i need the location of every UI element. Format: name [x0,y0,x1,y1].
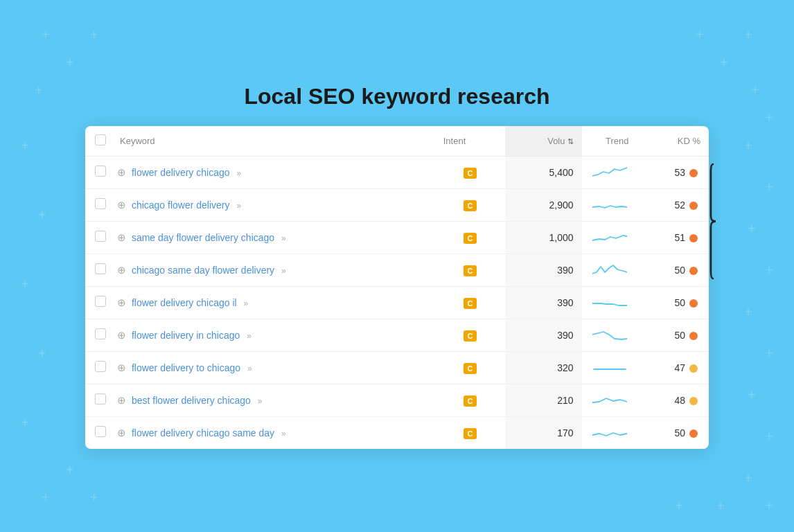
keyword-cell: ⊕ flower delivery chicago same day » [112,416,435,449]
kd-dot [689,364,698,373]
intent-badge: C [464,330,477,342]
keyword-table: Keyword Intent Volu⇅ Trend KD % ⊕ flower… [85,126,709,449]
kd-header: KD % [637,126,709,157]
add-icon[interactable]: ⊕ [117,264,126,276]
volume-cell: 170 [505,416,581,449]
kd-cell: 47 [637,351,709,384]
curly-brace-annotation [707,161,735,282]
expand-arrows[interactable]: » [247,331,252,341]
table-wrapper: Keyword Intent Volu⇅ Trend KD % ⊕ flower… [85,126,709,449]
row-checkbox-1[interactable] [95,198,106,209]
keyword-text: flower delivery chicago il [132,297,237,308]
add-icon[interactable]: ⊕ [117,427,126,438]
keyword-cell: ⊕ flower delivery chicago » [112,156,435,188]
keyword-cell: ⊕ chicago same day flower delivery » [112,254,435,286]
expand-arrows[interactable]: » [281,233,286,243]
intent-badge: C [464,168,477,179]
keyword-cell: ⊕ same day flower delivery chicago » [112,221,435,254]
keyword-cell: ⊕ flower delivery to chicago » [112,351,435,384]
trend-cell [582,416,637,449]
table-row: ⊕ flower delivery in chicago » C 390 50 [85,319,709,351]
keyword-cell: ⊕ flower delivery chicago il » [112,286,435,319]
add-icon[interactable]: ⊕ [117,166,126,178]
keyword-table-container: Keyword Intent Volu⇅ Trend KD % ⊕ flower… [85,126,709,449]
intent-cell: C [435,384,506,416]
table-row: ⊕ flower delivery chicago » C 5,400 53 [85,156,709,188]
add-icon[interactable]: ⊕ [117,329,126,341]
add-icon[interactable]: ⊕ [117,199,126,211]
table-row: ⊕ best flower delivery chicago » C 210 4… [85,384,709,416]
kd-dot [689,234,698,242]
expand-arrows[interactable]: » [281,429,286,438]
row-checkbox-4[interactable] [95,296,106,307]
expand-arrows[interactable]: » [281,266,286,276]
trend-header: Trend [582,126,637,157]
intent-badge: C [464,428,477,439]
intent-badge: C [464,233,477,244]
kd-dot [689,332,698,340]
expand-arrows[interactable]: » [258,396,263,406]
intent-cell: C [435,156,506,188]
trend-cell [582,156,637,188]
kd-dot [689,267,698,275]
kd-cell: 50 [637,254,709,286]
expand-arrows[interactable]: » [236,168,241,178]
keyword-text: best flower delivery chicago [132,395,251,406]
table-row: ⊕ flower delivery to chicago » C 320 47 [85,351,709,384]
row-checkbox-6[interactable] [95,361,106,372]
keyword-text: flower delivery chicago same day [132,427,274,438]
volume-cell: 210 [505,384,581,416]
table-row: ⊕ chicago flower delivery » C 2,900 52 [85,188,709,221]
volume-cell: 2,900 [505,188,581,221]
trend-cell [582,221,637,254]
expand-arrows[interactable]: » [247,364,252,373]
intent-cell: C [435,254,506,286]
select-all-checkbox[interactable] [95,134,106,145]
row-checkbox-3[interactable] [95,263,106,274]
volume-cell: 390 [505,254,581,286]
volume-cell: 1,000 [505,221,581,254]
volume-cell: 390 [505,286,581,319]
trend-cell [582,188,637,221]
intent-badge: C [464,265,477,276]
sort-icon: ⇅ [567,137,574,146]
kd-dot [689,397,698,405]
intent-cell: C [435,319,506,351]
keyword-text: flower delivery chicago [132,167,230,178]
kd-dot [689,202,698,210]
volume-header[interactable]: Volu⇅ [505,126,581,157]
row-checkbox-8[interactable] [95,426,106,437]
keyword-text: chicago flower delivery [132,200,230,211]
expand-arrows[interactable]: » [236,201,241,211]
table-row: ⊕ same day flower delivery chicago » C 1… [85,221,709,254]
kd-cell: 50 [637,319,709,351]
kd-cell: 48 [637,384,709,416]
intent-badge: C [464,200,477,211]
intent-cell: C [435,188,506,221]
add-icon[interactable]: ⊕ [117,394,126,406]
add-icon[interactable]: ⊕ [117,362,126,373]
table-row: ⊕ flower delivery chicago il » C 390 50 [85,286,709,319]
intent-badge: C [464,396,477,407]
row-checkbox-0[interactable] [95,166,106,177]
keyword-text: same day flower delivery chicago [132,232,274,243]
row-checkbox-5[interactable] [95,328,106,339]
trend-cell [582,319,637,351]
expand-arrows[interactable]: » [244,299,249,308]
intent-cell: C [435,286,506,319]
kd-dot [689,299,698,308]
volume-cell: 320 [505,351,581,384]
add-icon[interactable]: ⊕ [117,296,126,308]
row-checkbox-2[interactable] [95,231,106,242]
keyword-cell: ⊕ flower delivery in chicago » [112,319,435,351]
page-title: Local SEO keyword research [244,84,549,109]
keyword-text: chicago same day flower delivery [132,265,274,276]
table-row: ⊕ flower delivery chicago same day » C 1… [85,416,709,449]
keyword-cell: ⊕ best flower delivery chicago » [112,384,435,416]
intent-badge: C [464,363,477,374]
table-row: ⊕ chicago same day flower delivery » C 3… [85,254,709,286]
intent-cell: C [435,416,506,449]
kd-dot [689,169,698,177]
row-checkbox-7[interactable] [95,393,106,405]
add-icon[interactable]: ⊕ [117,231,126,243]
